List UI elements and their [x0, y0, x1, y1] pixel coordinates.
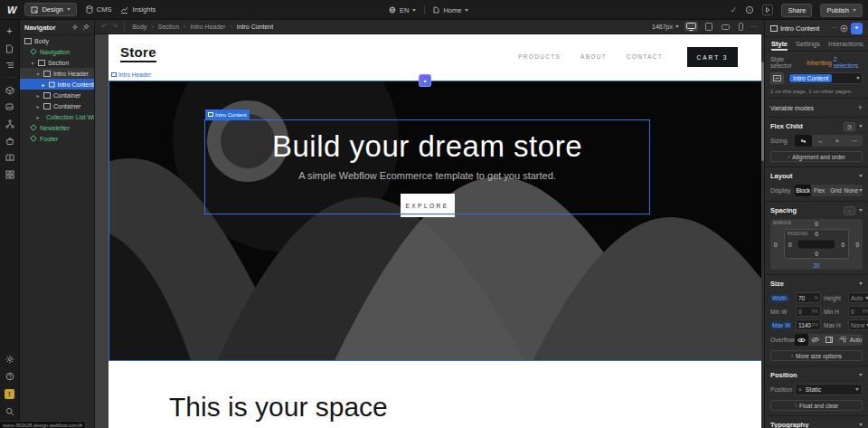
nav-link-products[interactable]: PRODUCTS — [518, 53, 561, 60]
breadcrumb-intro-content[interactable]: Intro Content — [237, 24, 273, 30]
undo-icon[interactable]: ↶ — [101, 23, 108, 31]
more-breakpoints-icon[interactable]: ⋯ — [750, 24, 757, 31]
display-block-option[interactable]: Block — [795, 185, 811, 196]
expander-icon[interactable] — [41, 81, 46, 88]
max-height-input[interactable]: None — [848, 319, 868, 330]
tree-item-intro-header[interactable]: Intro Header — [20, 68, 94, 79]
add-variable-mode-icon[interactable]: + — [858, 103, 863, 112]
padding-right-value[interactable]: 0 — [841, 241, 844, 247]
intro-content-tag[interactable]: Intro Content — [205, 109, 250, 119]
class-pill[interactable]: Intro Content — [789, 74, 832, 82]
cms-button[interactable]: CMS — [86, 5, 112, 14]
add-section-handle[interactable]: ✦ — [419, 74, 431, 87]
add-element-icon[interactable]: + — [6, 25, 12, 36]
float-clear-button[interactable]: › Float and clear — [770, 400, 863, 411]
overflow-clip-option[interactable] — [835, 334, 849, 346]
tree-item-footer[interactable]: Footer — [20, 133, 94, 144]
chevron-icon[interactable] — [859, 209, 863, 212]
margin-bottom-value[interactable]: 20 — [813, 262, 819, 269]
nav-link-contact[interactable]: CONTACT — [627, 53, 663, 60]
zoom-icon[interactable] — [5, 407, 14, 416]
cart-button[interactable]: CART 3 — [687, 47, 738, 67]
components-icon[interactable] — [5, 86, 14, 95]
site-logo[interactable]: Store — [120, 44, 156, 62]
page-selector[interactable]: Home — [433, 6, 468, 14]
chevron-icon[interactable] — [859, 374, 863, 376]
hero-section[interactable]: Intro Content Build your dream store A s… — [108, 81, 762, 361]
breakpoint-mobile-landscape-button[interactable] — [720, 24, 731, 31]
sizing-shrink-option[interactable]: ⇆ — [795, 135, 812, 147]
breakpoint-mobile-button[interactable] — [737, 22, 745, 32]
more-size-options-button[interactable]: › More size options — [770, 350, 863, 361]
expander-icon[interactable] — [35, 92, 41, 99]
preview-icon[interactable] — [762, 5, 773, 15]
overflow-scroll-option[interactable] — [822, 334, 835, 346]
padding-top-value[interactable]: 0 — [815, 231, 818, 237]
insights-button[interactable]: Insights — [120, 5, 156, 14]
breadcrumb-intro-header[interactable]: Intro Header — [190, 24, 225, 30]
component-create-icon[interactable] — [840, 24, 848, 33]
min-width-input[interactable]: 0PX — [796, 306, 821, 317]
sizing-none-option[interactable]: × — [829, 135, 846, 147]
apps-icon[interactable] — [5, 170, 14, 179]
breadcrumb-section[interactable]: Section — [158, 24, 179, 30]
pages-icon[interactable] — [5, 44, 14, 53]
expander-icon[interactable] — [30, 60, 35, 66]
inherited-selectors-link[interactable]: 2 selectors — [834, 56, 863, 69]
margin-left-value[interactable]: 0 — [774, 242, 778, 248]
display-grid-option[interactable]: Grid — [827, 185, 844, 196]
cms-panel-icon[interactable] — [5, 154, 14, 162]
display-flex-option[interactable]: Flex — [811, 185, 827, 196]
height-input[interactable]: Auto — [848, 292, 868, 303]
sizing-custom-option[interactable]: ⋯ — [845, 135, 863, 147]
ai-assistant-button[interactable]: ✦ — [851, 23, 863, 34]
variable-modes-row[interactable]: Variable modes + — [765, 98, 868, 117]
flex-child-reset-icon[interactable]: ◳ — [844, 122, 855, 131]
expander-icon[interactable] — [35, 114, 41, 120]
tree-item-navigation[interactable]: Navigation — [20, 46, 94, 57]
class-selector-input[interactable]: Intro Content — [787, 72, 863, 84]
chevron-icon[interactable] — [859, 282, 863, 285]
chevron-icon[interactable] — [859, 423, 863, 426]
tree-item-section[interactable]: Section — [20, 57, 94, 68]
overflow-visible-option[interactable] — [795, 334, 808, 346]
section-heading[interactable]: This is your space — [169, 392, 388, 423]
sizing-grow-option[interactable]: ↔ — [812, 135, 829, 147]
max-width-input[interactable]: 1140PX — [796, 319, 821, 330]
overflow-hidden-option[interactable] — [808, 334, 822, 346]
breakpoint-desktop-button[interactable] — [684, 22, 698, 32]
display-none-option[interactable]: None — [844, 185, 863, 196]
webflow-logo-icon[interactable]: W — [7, 5, 15, 15]
min-height-input[interactable]: 0PX — [848, 306, 868, 317]
margin-right-value[interactable]: 0 — [855, 242, 859, 248]
design-mode-button[interactable]: Design — [24, 3, 76, 16]
chevron-icon[interactable] — [859, 125, 863, 128]
language-selector[interactable]: EN — [389, 6, 416, 14]
share-button[interactable]: Share — [781, 4, 812, 17]
tree-item-collection-list[interactable]: Collection List Wra... — [20, 111, 94, 122]
tree-item-container[interactable]: Container — [20, 90, 94, 100]
nav-link-about[interactable]: ABOUT — [580, 53, 607, 60]
expander-icon[interactable] — [35, 103, 41, 109]
tree-item-body[interactable]: Body — [20, 35, 94, 46]
tab-settings[interactable]: Settings — [796, 37, 820, 51]
alignment-order-button[interactable]: › Alignment and order — [770, 151, 863, 162]
redo-icon[interactable]: ↷ — [112, 23, 118, 31]
position-select[interactable]: × Static — [795, 384, 863, 395]
more-options-icon[interactable]: ⋯ — [831, 24, 837, 32]
tree-item-newsletter[interactable]: Newsletter — [20, 122, 94, 133]
breadcrumb-body[interactable]: Body — [132, 24, 146, 30]
collapse-all-icon[interactable] — [71, 24, 79, 31]
navigator-icon[interactable] — [5, 62, 14, 69]
audit-warning-icon[interactable]: ! — [5, 389, 14, 399]
margin-top-value[interactable]: 0 — [815, 221, 818, 227]
ecommerce-icon[interactable] — [5, 137, 14, 146]
publish-button[interactable]: Publish — [820, 4, 863, 17]
style-preview-icon[interactable] — [770, 72, 784, 84]
viewport-width-dropdown[interactable]: 1467px — [652, 24, 679, 30]
intro-header-tag[interactable]: Intro Header — [111, 71, 151, 78]
variables-icon[interactable] — [5, 119, 14, 128]
settings-icon[interactable] — [5, 355, 14, 364]
padding-left-value[interactable]: 0 — [788, 241, 792, 247]
help-icon[interactable] — [5, 372, 14, 381]
